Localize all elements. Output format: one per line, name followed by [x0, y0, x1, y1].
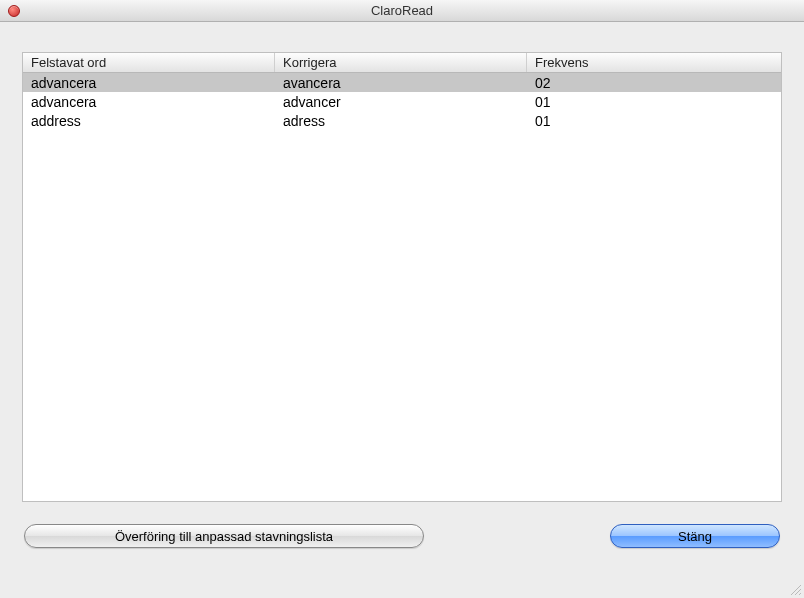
table-row[interactable]: addressadress01 — [23, 111, 781, 130]
cell-correction: advancer — [275, 92, 527, 111]
table-row[interactable]: advanceraadvancer01 — [23, 92, 781, 111]
cell-frequency: 01 — [527, 111, 781, 130]
resize-grip-icon[interactable] — [788, 582, 802, 596]
column-header-misspelled[interactable]: Felstavat ord — [23, 53, 275, 72]
transfer-button[interactable]: Överföring till anpassad stavningslista — [24, 524, 424, 548]
column-header-correction[interactable]: Korrigera — [275, 53, 527, 72]
window-title: ClaroRead — [0, 3, 804, 18]
cell-frequency: 02 — [527, 73, 781, 92]
close-icon[interactable] — [8, 5, 20, 17]
cell-frequency: 01 — [527, 92, 781, 111]
table-header: Felstavat ord Korrigera Frekvens — [23, 53, 781, 73]
close-button[interactable]: Stäng — [610, 524, 780, 548]
cell-correction: avancera — [275, 73, 527, 92]
table-body: advanceraavancera02advanceraadvancer01ad… — [23, 73, 781, 130]
cell-misspelled: advancera — [23, 73, 275, 92]
titlebar: ClaroRead — [0, 0, 804, 22]
table-row[interactable]: advanceraavancera02 — [23, 73, 781, 92]
cell-misspelled: address — [23, 111, 275, 130]
button-row: Överföring till anpassad stavningslista … — [22, 524, 782, 548]
spelling-table[interactable]: Felstavat ord Korrigera Frekvens advance… — [22, 52, 782, 502]
svg-line-2 — [799, 593, 801, 595]
cell-misspelled: advancera — [23, 92, 275, 111]
column-header-frequency[interactable]: Frekvens — [527, 53, 781, 72]
cell-correction: adress — [275, 111, 527, 130]
content-area: Felstavat ord Korrigera Frekvens advance… — [0, 22, 804, 568]
